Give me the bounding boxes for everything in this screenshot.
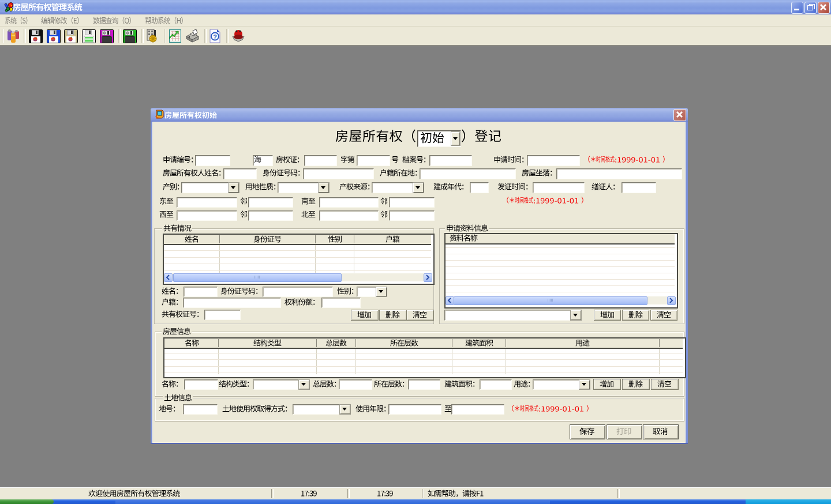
svg-text:?: ? bbox=[213, 33, 217, 40]
